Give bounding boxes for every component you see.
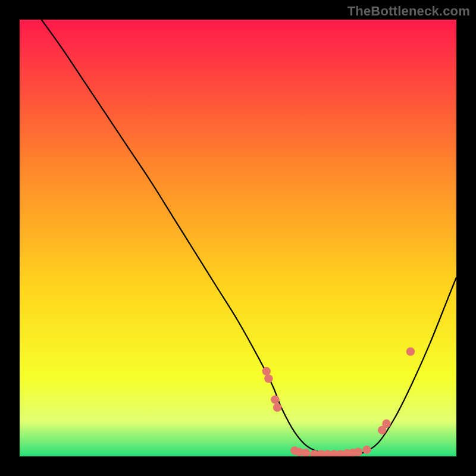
- data-marker: [262, 367, 271, 375]
- data-marker: [406, 347, 415, 356]
- chart-svg: [20, 20, 456, 456]
- plot-area: [20, 20, 456, 456]
- data-marker: [264, 374, 273, 383]
- data-marker: [273, 403, 281, 412]
- data-marker: [271, 395, 279, 403]
- chart-container: TheBottleneck.com: [0, 0, 476, 476]
- gradient-background: [20, 20, 456, 456]
- data-marker: [354, 447, 362, 456]
- data-marker: [382, 419, 390, 428]
- data-marker: [362, 446, 371, 454]
- watermark-text: TheBottleneck.com: [347, 4, 470, 19]
